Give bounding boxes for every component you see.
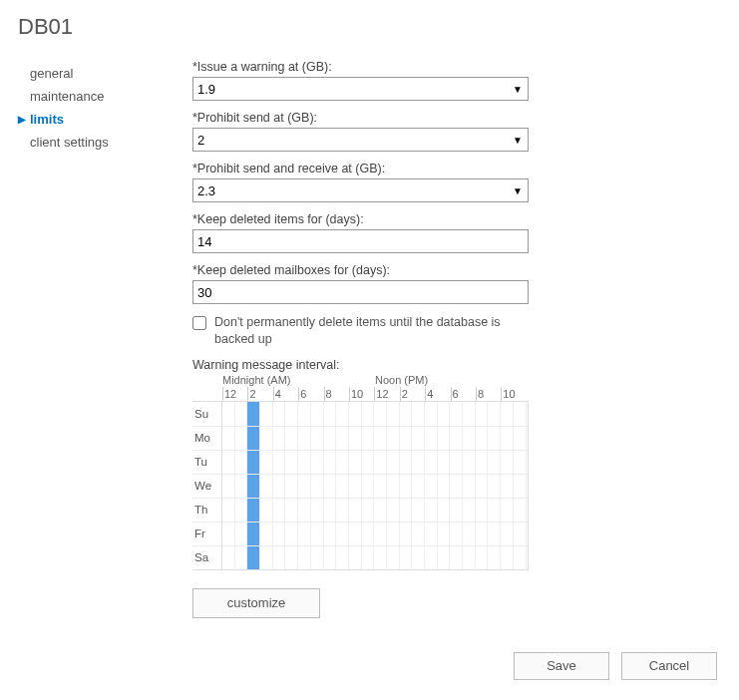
schedule-cell[interactable]	[247, 499, 260, 522]
schedule-cell[interactable]	[362, 402, 375, 426]
schedule-cell[interactable]	[425, 451, 438, 474]
schedule-cell[interactable]	[349, 546, 362, 569]
schedule-cell[interactable]	[501, 499, 514, 522]
schedule-cell[interactable]	[362, 523, 375, 545]
schedule-cell[interactable]	[235, 475, 248, 498]
schedule-cell[interactable]	[324, 451, 337, 474]
schedule-cell[interactable]	[412, 499, 425, 522]
schedule-cell[interactable]	[387, 523, 400, 545]
schedule-cell[interactable]	[450, 451, 463, 474]
schedule-cell[interactable]	[222, 451, 235, 474]
schedule-cell[interactable]	[450, 499, 463, 522]
schedule-cell[interactable]	[374, 499, 387, 522]
schedule-cell[interactable]	[463, 475, 476, 498]
schedule-cell[interactable]	[438, 475, 451, 498]
schedule-cell[interactable]	[488, 499, 501, 522]
schedule-cell[interactable]	[400, 546, 413, 569]
schedule-cell[interactable]	[425, 427, 438, 450]
schedule-cell[interactable]	[235, 499, 248, 522]
schedule-cell[interactable]	[400, 402, 413, 426]
schedule-cell[interactable]	[273, 427, 286, 450]
schedule-cell[interactable]	[247, 546, 260, 569]
schedule-cell[interactable]	[400, 451, 413, 474]
schedule-cell[interactable]	[501, 475, 514, 498]
keep-deleted-items-input[interactable]	[192, 229, 529, 253]
schedule-cell[interactable]	[311, 546, 324, 569]
schedule-cell[interactable]	[438, 427, 451, 450]
schedule-cell[interactable]	[425, 402, 438, 426]
schedule-cell[interactable]	[514, 402, 527, 426]
schedule-cell[interactable]	[400, 523, 413, 545]
cancel-button[interactable]: Cancel	[621, 652, 717, 680]
schedule-cell[interactable]	[387, 427, 400, 450]
nav-item-maintenance[interactable]: maintenance	[18, 85, 192, 108]
schedule-cell[interactable]	[247, 427, 260, 450]
schedule-cell[interactable]	[438, 499, 451, 522]
schedule-cell[interactable]	[463, 546, 476, 569]
schedule-cell[interactable]	[476, 427, 489, 450]
prohibit-send-receive-input[interactable]	[192, 178, 529, 202]
schedule-cell[interactable]	[298, 475, 311, 498]
schedule-cell[interactable]	[298, 451, 311, 474]
schedule-cell[interactable]	[450, 427, 463, 450]
schedule-cell[interactable]	[387, 546, 400, 569]
schedule-cell[interactable]	[412, 546, 425, 569]
schedule-cell[interactable]	[285, 402, 298, 426]
schedule-cell[interactable]	[336, 523, 349, 545]
schedule-cell[interactable]	[362, 475, 375, 498]
schedule-cell[interactable]	[488, 427, 501, 450]
schedule-cell[interactable]	[514, 546, 527, 569]
schedule-cell[interactable]	[476, 402, 489, 426]
schedule-cell[interactable]	[273, 523, 286, 545]
schedule-cell[interactable]	[488, 523, 501, 545]
schedule-cell[interactable]	[324, 427, 337, 450]
schedule-cell[interactable]	[476, 523, 489, 545]
schedule-cell[interactable]	[412, 427, 425, 450]
schedule-cell[interactable]	[222, 475, 235, 498]
schedule-cell[interactable]	[285, 427, 298, 450]
schedule-cell[interactable]	[476, 475, 489, 498]
schedule-cell[interactable]	[438, 523, 451, 545]
schedule-cell[interactable]	[285, 499, 298, 522]
schedule-cell[interactable]	[311, 451, 324, 474]
schedule-cell[interactable]	[501, 427, 514, 450]
schedule-cell[interactable]	[247, 523, 260, 545]
schedule-cell[interactable]	[298, 402, 311, 426]
schedule-cell[interactable]	[222, 427, 235, 450]
schedule-cell[interactable]	[235, 546, 248, 569]
schedule-cell[interactable]	[476, 451, 489, 474]
schedule-cell[interactable]	[400, 427, 413, 450]
schedule-cell[interactable]	[488, 546, 501, 569]
schedule-cell[interactable]	[438, 402, 451, 426]
schedule-cell[interactable]	[425, 475, 438, 498]
schedule-cell[interactable]	[362, 546, 375, 569]
issue-warning-select[interactable]: ▼	[192, 77, 529, 101]
schedule-cell[interactable]	[298, 523, 311, 545]
schedule-cell[interactable]	[336, 451, 349, 474]
schedule-cell[interactable]	[501, 451, 514, 474]
schedule-cell[interactable]	[336, 546, 349, 569]
schedule-cell[interactable]	[514, 475, 527, 498]
schedule-cell[interactable]	[222, 546, 235, 569]
save-button[interactable]: Save	[514, 652, 609, 680]
schedule-cell[interactable]	[349, 402, 362, 426]
schedule-cell[interactable]	[247, 475, 260, 498]
schedule-cell[interactable]	[463, 427, 476, 450]
schedule-cell[interactable]	[273, 546, 286, 569]
schedule-cell[interactable]	[387, 499, 400, 522]
schedule-cell[interactable]	[247, 402, 260, 426]
schedule-cell[interactable]	[450, 546, 463, 569]
schedule-cell[interactable]	[222, 402, 235, 426]
schedule-cell[interactable]	[324, 499, 337, 522]
schedule-cell[interactable]	[514, 523, 527, 545]
schedule-cell[interactable]	[273, 402, 286, 426]
schedule-cell[interactable]	[374, 546, 387, 569]
issue-warning-input[interactable]	[192, 77, 529, 101]
schedule-cell[interactable]	[488, 475, 501, 498]
customize-button[interactable]: customize	[192, 588, 320, 618]
schedule-cell[interactable]	[349, 475, 362, 498]
schedule-cell[interactable]	[425, 523, 438, 545]
nav-item-client-settings[interactable]: client settings	[18, 131, 192, 154]
prohibit-send-input[interactable]	[192, 128, 529, 152]
prohibit-send-select[interactable]: ▼	[192, 128, 529, 152]
